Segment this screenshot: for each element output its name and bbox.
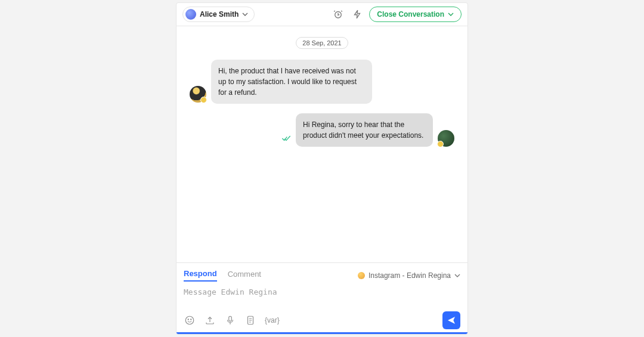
svg-rect-5	[229, 316, 232, 321]
conversation-panel: Alice Smith z Close Conversation	[176, 2, 468, 335]
chevron-down-icon	[242, 11, 248, 17]
date-pill: 28 Sep, 2021	[296, 37, 348, 49]
accent-bar	[177, 332, 467, 334]
incoming-message-bubble: Hi, the product that I have received was…	[211, 60, 372, 104]
upload-icon[interactable]	[204, 314, 216, 326]
message-row: Hi, the product that I have received was…	[182, 60, 462, 104]
microphone-icon[interactable]	[224, 314, 236, 326]
channel-label: Instagram - Edwin Regina	[369, 271, 451, 280]
emoji-icon[interactable]	[184, 314, 196, 326]
variable-button[interactable]: {var}	[265, 316, 280, 324]
composer-toolbar: {var}	[184, 311, 460, 329]
svg-point-4	[191, 319, 191, 320]
tab-comment[interactable]: Comment	[228, 270, 261, 281]
instagram-icon	[358, 272, 365, 279]
date-separator: 28 Sep, 2021	[182, 37, 462, 49]
svg-point-3	[188, 319, 188, 320]
snooze-icon[interactable]: z	[331, 7, 345, 21]
close-conversation-button[interactable]: Close Conversation	[369, 7, 462, 22]
composer-tabs: Respond Comment Instagram - Edwin Regina	[184, 269, 460, 282]
assignee-selector[interactable]: Alice Smith	[182, 7, 255, 22]
assignee-avatar	[185, 9, 196, 20]
message-list: 28 Sep, 2021 Hi, the product that I have…	[177, 26, 467, 262]
chevron-down-icon	[448, 11, 454, 17]
bolt-icon[interactable]	[350, 7, 364, 21]
tab-respond[interactable]: Respond	[184, 269, 217, 282]
snippet-icon[interactable]	[244, 314, 256, 326]
read-receipt-icon	[281, 134, 291, 143]
contact-avatar	[190, 86, 206, 103]
message-input[interactable]	[184, 287, 460, 305]
svg-point-2	[185, 316, 194, 324]
chevron-down-icon	[454, 273, 460, 279]
conversation-header: Alice Smith z Close Conversation	[177, 3, 467, 26]
composer: Respond Comment Instagram - Edwin Regina	[177, 262, 467, 334]
message-row: Hi Regina, sorry to hear that the produc…	[182, 113, 462, 147]
channel-selector[interactable]: Instagram - Edwin Regina	[358, 271, 460, 280]
send-button[interactable]	[442, 311, 460, 329]
outgoing-message-bubble: Hi Regina, sorry to hear that the produc…	[296, 113, 433, 147]
assignee-name: Alice Smith	[200, 10, 239, 18]
close-conversation-label: Close Conversation	[377, 10, 444, 18]
agent-avatar	[438, 130, 454, 147]
